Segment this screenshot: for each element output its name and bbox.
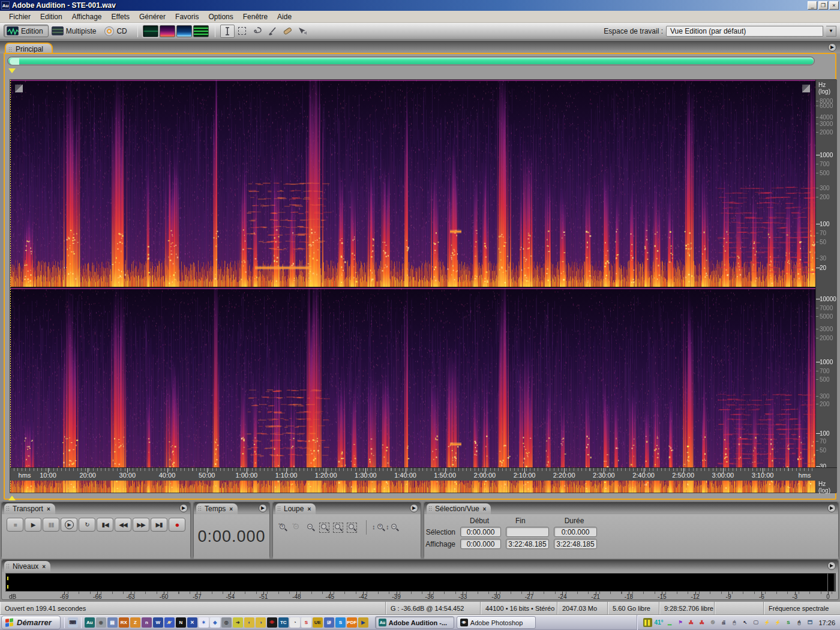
calculator-icon[interactable]: ▤ (107, 617, 118, 628)
bolt-tray-icon[interactable]: ⚡ (762, 618, 771, 627)
tab-selection-vue[interactable]: Sélection/Vue× (427, 503, 491, 514)
menu-effets[interactable]: Effets (107, 11, 134, 22)
burst-icon[interactable]: ✶ (199, 617, 209, 628)
word-icon[interactable]: W (153, 617, 163, 628)
frequency-ruler[interactable]: Hz (log)80006000400030002000100070050030… (815, 80, 837, 493)
pause-button[interactable]: ▮▮ (43, 518, 59, 532)
close-tab-icon[interactable]: × (229, 506, 233, 512)
spectrogram-left-channel[interactable] (10, 80, 815, 287)
panel-menu-button[interactable]: ▶ (179, 504, 188, 512)
network-off-tray-icon[interactable]: 🖧 (686, 618, 695, 627)
play-looped-button[interactable]: ↻ (79, 518, 95, 532)
close-button[interactable]: × (829, 1, 839, 10)
close-tab-icon[interactable]: × (47, 506, 50, 512)
selection-duree-field[interactable]: 0:00.000 (554, 527, 597, 537)
close-tab-icon[interactable]: × (307, 506, 311, 512)
start-button[interactable]: Démarrer (1, 616, 61, 629)
compass-icon[interactable]: ◔ (290, 617, 300, 628)
flag-tray-icon[interactable]: ⚑ (676, 618, 685, 627)
audition-icon[interactable]: Au (85, 617, 95, 628)
spectral-phase-view-button[interactable] (193, 25, 209, 37)
spectral-frequency-view-button[interactable] (160, 25, 175, 37)
selection-debut-field[interactable]: 0:00.000 (460, 527, 501, 537)
affichage-fin-field[interactable]: 3:22:48.185 (506, 539, 549, 549)
zoom-in-right-edge-button[interactable] (348, 524, 356, 532)
zoom-out-full-button[interactable]: − (307, 524, 314, 532)
display-tray-icon[interactable]: 🖵 (751, 618, 760, 627)
update-tray-icon[interactable]: 🗔 (805, 618, 814, 627)
corner-grab-handle-icon[interactable] (802, 85, 810, 92)
tc-icon[interactable]: TC (278, 617, 289, 628)
panel-menu-button[interactable]: ▶ (827, 504, 836, 512)
paintbrush-tool-button[interactable] (265, 25, 280, 38)
export-icon[interactable]: ➜ (233, 617, 243, 628)
workspace-dropdown-arrow-icon[interactable]: ▼ (826, 26, 836, 37)
taskbar-clock[interactable]: 17:26 (818, 619, 835, 626)
waveform-view-button[interactable] (143, 25, 158, 37)
cd-mode-button[interactable]: CD (101, 25, 132, 38)
playhead-marker-top-icon[interactable] (8, 68, 16, 73)
restore-button[interactable]: ❐ (818, 1, 828, 10)
menu-gnrer[interactable]: Générer (135, 11, 170, 22)
multipiste-mode-button[interactable]: Multipiste (49, 25, 102, 37)
tab-loupe[interactable]: Loupe× (275, 503, 316, 514)
spot-healing-brush-tool-button[interactable] (280, 25, 295, 38)
title-bar[interactable]: Au Adobe Audition - STE-001.wav _ ❐ × (0, 0, 840, 11)
edition-mode-button[interactable]: Edition (4, 25, 49, 37)
kite-icon[interactable]: ◆ (210, 617, 220, 628)
onenote-icon[interactable]: n (142, 617, 152, 628)
play-from-cursor-button[interactable]: ▶ (61, 518, 77, 532)
rewind-button[interactable]: ◀◀ (115, 518, 131, 532)
channel-divider[interactable] (10, 287, 815, 288)
network-off2-tray-icon[interactable]: 🖧 (697, 618, 706, 627)
time-ruler[interactable]: hms10:0020:0030:0040:0050:001:00:001:10:… (10, 467, 837, 481)
tools-icon[interactable]: ✕ (187, 617, 197, 628)
bolt2-tray-icon[interactable]: ⚡ (773, 618, 782, 627)
selection-fin-field[interactable] (506, 527, 549, 537)
mouse2-tray-icon[interactable]: 🖰 (794, 618, 803, 627)
zoom-out-vertical-button[interactable]: − (391, 524, 398, 532)
zoom-to-selection-button[interactable] (320, 524, 328, 532)
globe-icon[interactable]: ◐ (244, 617, 254, 628)
minimize-button[interactable]: _ (808, 1, 817, 10)
computer-icon[interactable]: 🖳 (324, 617, 334, 628)
disc-a-icon[interactable]: ◎ (221, 617, 232, 628)
fast-forward-button[interactable]: ▶▶ (133, 518, 149, 532)
taskbar-button-adobe-audition-[interactable]: AuAdobe Audition -... (375, 616, 454, 629)
media-player-icon[interactable]: ◉ (96, 617, 106, 628)
taskbar-button-adobe-photoshop[interactable]: 👁Adobe Photoshop (457, 616, 536, 629)
stop-button[interactable]: ■ (7, 518, 23, 532)
rx-icon[interactable]: RX (119, 617, 129, 628)
spectral-pan-view-button[interactable] (176, 25, 192, 37)
panel-menu-button[interactable]: ▶ (410, 504, 418, 512)
corner-grab-handle-icon[interactable] (15, 85, 23, 92)
globe2-icon[interactable]: ◑ (256, 617, 266, 628)
spectrogram-right-channel[interactable] (10, 288, 815, 493)
levels-meter-tray-icon[interactable]: ▌▌ (643, 618, 652, 627)
close-tab-icon[interactable]: × (42, 563, 46, 570)
time-selection-tool-button[interactable] (220, 25, 235, 38)
panel-menu-button[interactable]: ▶ (828, 43, 836, 52)
menu-affichage[interactable]: Affichage (68, 11, 106, 22)
menu-fentre[interactable]: Fenêtre (239, 11, 272, 22)
pdf-icon[interactable]: PDF (347, 617, 357, 628)
spectral-display[interactable]: Hz (log)80006000400030002000100070050030… (10, 79, 836, 493)
eye-red-icon[interactable]: 👁 (267, 617, 277, 628)
zoom-out-horizontal-button[interactable]: − (293, 524, 301, 532)
lasso-selection-tool-button[interactable] (250, 25, 265, 38)
time-display[interactable]: 0:00.000 (197, 527, 265, 546)
scrub-tool-button[interactable] (295, 25, 310, 38)
menu-favoris[interactable]: Favoris (171, 11, 203, 22)
cursor-tray-icon[interactable]: ↖ (740, 618, 749, 627)
tab-niveaux[interactable]: Niveaux× (4, 561, 50, 572)
scanner-tray-icon[interactable]: 🖨 (719, 618, 728, 627)
go-to-end-button[interactable]: ▶▮ (151, 518, 167, 532)
panel-menu-button[interactable]: ▶ (827, 562, 836, 570)
menu-aide[interactable]: Aide (273, 11, 296, 22)
cd-blocked-tray-icon[interactable]: 🛇 (708, 618, 717, 627)
playhead-marker-bottom-icon[interactable] (8, 496, 16, 500)
record-button[interactable]: ● (169, 518, 185, 532)
wmp-icon[interactable]: ▶ (358, 617, 368, 628)
menu-edition[interactable]: Edition (36, 11, 67, 22)
marquee-selection-tool-button[interactable] (235, 25, 250, 38)
